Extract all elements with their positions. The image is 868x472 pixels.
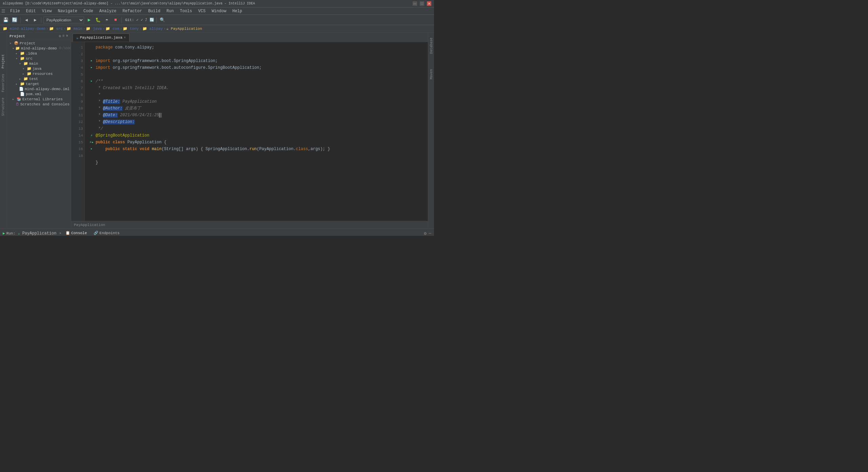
sidebar-close-icon[interactable]: × <box>66 34 68 38</box>
tree-item-external-libs[interactable]: ▸ 📚 External Libraries <box>7 97 71 102</box>
idea-folder-icon: 📁 <box>20 51 25 56</box>
tree-item-java[interactable]: ▾ 📁 java <box>7 66 71 71</box>
run-settings-btn[interactable]: ⚙ <box>424 231 427 236</box>
tree-item-resources[interactable]: ▸ 📁 resources <box>7 71 71 76</box>
breadcrumb-item-7[interactable]: 📁 alipay <box>142 26 163 31</box>
code-line-3: ▸ import org.springframework.boot.Spring… <box>87 58 425 64</box>
breadcrumb-item-1[interactable]: 📁 mind-alipay-demo <box>3 26 45 31</box>
endpoints-icon: 🔗 <box>94 231 98 235</box>
bottom-panel: ▶ Run: ☕ PayApplication × 📋 Console 🔗 En… <box>0 228 434 236</box>
tree-item-root[interactable]: ▾ 📁 mind-alipay-demo D:\code\MyGiteeProj… <box>7 46 71 51</box>
menu-edit[interactable]: Edit <box>23 8 39 14</box>
tree-label-test: test <box>29 77 38 81</box>
tree-expand-java: ▾ <box>22 67 26 71</box>
tab-java-icon: ☕ <box>76 36 79 40</box>
tree-item-target[interactable]: ▸ 📁 target <box>7 81 71 86</box>
tab-close-icon[interactable]: × <box>124 36 126 40</box>
menu-code[interactable]: Code <box>81 8 96 14</box>
tree-item-test[interactable]: ▸ 📁 test <box>7 76 71 81</box>
structure-tab[interactable]: Structure <box>1 96 6 117</box>
stop-btn[interactable]: ■ <box>112 16 119 24</box>
sidebar-config-icon[interactable]: ⚙ <box>59 34 61 38</box>
menu-view[interactable]: View <box>39 8 55 14</box>
tree-expand-src: ▾ <box>16 57 19 61</box>
code-line-11: * @Date: 2021/06/24/21:25 <box>87 112 425 119</box>
tree-label-external-libs: External Libraries <box>22 97 63 101</box>
breadcrumb-item-8[interactable]: ☕ PayApplication <box>166 26 202 31</box>
database-icon[interactable]: Database <box>429 34 434 58</box>
title-bar: alipaydemo [D:\code\MyGiteeProject\mind-… <box>0 0 434 7</box>
tree-item-project[interactable]: ▾ 📦 Project <box>7 41 71 46</box>
code-line-10: * @Author: 皮蛋布丁 <box>87 105 425 112</box>
tree-label-root: mind-alipay-demo <box>21 46 57 50</box>
tree-expand-target: ▸ <box>16 82 19 86</box>
code-editor: 1 2 3 4 5 6 7 8 9 10 11 12 13 14 15 16 <box>71 42 428 221</box>
menu-run[interactable]: Run <box>164 8 177 14</box>
minimize-button[interactable]: — <box>413 1 417 6</box>
tree-item-src[interactable]: ▾ 📁 src <box>7 56 71 61</box>
code-line-5 <box>87 71 425 78</box>
debug-btn[interactable]: 🐛 <box>94 16 102 24</box>
toolbar-sep3 <box>121 17 122 23</box>
coverage-btn[interactable]: ☂ <box>103 16 111 24</box>
search-btn[interactable]: 🔍 <box>159 16 166 24</box>
window-controls: — □ ✕ <box>413 1 431 6</box>
breadcrumb-item-5[interactable]: 📁 com <box>105 26 119 31</box>
run-tab-console[interactable]: 📋 Console <box>63 230 90 236</box>
run-minimize-btn[interactable]: — <box>429 231 431 236</box>
code-content[interactable]: package com.tony.alipay; ▸ import org.sp… <box>85 42 428 221</box>
menu-window[interactable]: Window <box>209 8 229 14</box>
menu-navigate[interactable]: Navigate <box>55 8 80 14</box>
breadcrumb-item-6[interactable]: 📁 tony <box>123 26 139 31</box>
menu-analyze[interactable]: Analyze <box>97 8 119 14</box>
run-btn[interactable]: ▶ <box>85 16 93 24</box>
java-folder-icon: 📁 <box>27 66 32 71</box>
tree-expand-root: ▾ <box>12 46 14 50</box>
menu-tools[interactable]: Tools <box>177 8 195 14</box>
title-text: alipaydemo [D:\code\MyGiteeProject\mind-… <box>3 2 413 5</box>
sidebar-gear-icon[interactable]: ≡ <box>62 34 65 38</box>
code-line-19 <box>87 166 425 173</box>
target-folder-icon: 📁 <box>20 82 25 86</box>
menu-help[interactable]: Help <box>230 8 245 14</box>
forward-btn[interactable]: ▶ <box>32 16 39 24</box>
run-close-tab[interactable]: × <box>59 231 61 235</box>
editor-content: 1 2 3 4 5 6 7 8 9 10 11 12 13 14 15 16 <box>71 42 428 228</box>
tree-expand: ▾ <box>9 41 13 45</box>
code-line-8: * <box>87 91 425 98</box>
run-config-combo[interactable]: PayApplication <box>43 17 84 23</box>
run-controls: ⚙ — <box>424 231 431 236</box>
tab-payapplication[interactable]: ☕ PayApplication.java × <box>73 34 130 42</box>
back-btn[interactable]: ◀ <box>23 16 30 24</box>
run-tab-endpoints[interactable]: 🔗 Endpoints <box>91 230 122 236</box>
breadcrumb-item-4[interactable]: 📁 java <box>86 26 102 31</box>
menu-refactor[interactable]: Refactor <box>120 8 145 14</box>
menu-vcs[interactable]: VCS <box>196 8 209 14</box>
tree-item-scratches[interactable]: 🗒 Scratches and Consoles <box>7 102 71 107</box>
breadcrumb-item-3[interactable]: 📁 main <box>66 26 82 31</box>
menu-bar: ☰ File Edit View Navigate Code Analyze R… <box>0 7 434 15</box>
main-folder-icon: 📁 <box>23 61 28 66</box>
tree-expand-main: ▾ <box>19 62 22 66</box>
close-button[interactable]: ✕ <box>427 1 431 6</box>
tree-item-pom[interactable]: 📄 pom.xml <box>7 91 71 97</box>
sync-btn[interactable]: 🔄 <box>11 16 18 24</box>
pom-file-icon: 📄 <box>20 92 25 96</box>
code-line-18: } <box>87 159 425 166</box>
tree-expand-libs: ▸ <box>12 97 16 101</box>
tree-label-pom: pom.xml <box>26 92 41 96</box>
save-all-btn[interactable]: 💾 <box>2 16 9 24</box>
breadcrumb-item-2[interactable]: 📁 src <box>49 26 63 31</box>
maximize-button[interactable]: □ <box>420 1 424 6</box>
tree-item-main[interactable]: ▾ 📁 main <box>7 61 71 66</box>
tree-item-iml[interactable]: 📄 mind-alipay-demo.iml <box>7 86 71 91</box>
resources-folder-icon: 📁 <box>27 71 32 76</box>
git-status: Git: ✓ ✓ ⤴ 🔄 <box>125 18 154 22</box>
tree-item-idea[interactable]: ▸ 📁 .idea <box>7 51 71 56</box>
favorites-tab[interactable]: Favorites <box>1 73 6 94</box>
maven-icon[interactable]: Maven <box>429 66 434 83</box>
menu-file[interactable]: File <box>7 8 23 14</box>
project-tab[interactable]: Project <box>1 53 6 70</box>
tree-expand-idea: ▸ <box>16 52 19 56</box>
menu-build[interactable]: Build <box>145 8 163 14</box>
